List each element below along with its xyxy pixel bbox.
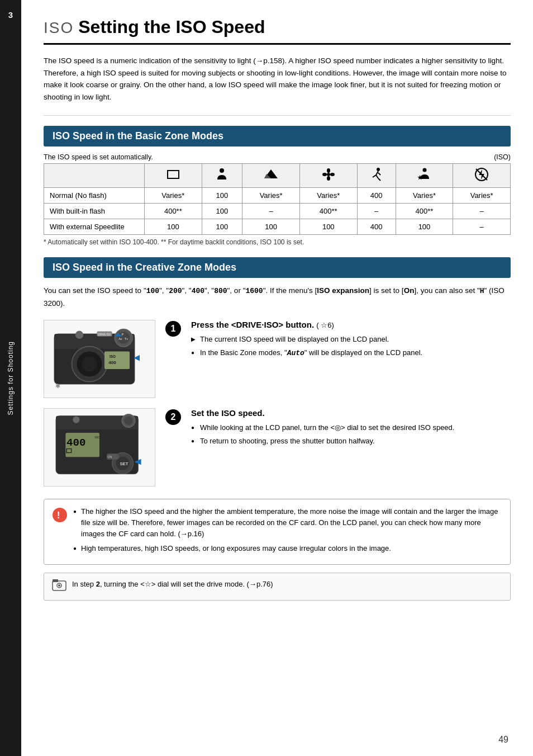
step2-bullet-2: To return to shooting, press the shutter… bbox=[191, 436, 511, 447]
svg-text:P: P bbox=[122, 332, 124, 336]
table-cell-val: 100 bbox=[202, 188, 242, 204]
basic-zone-table-wrapper: ★ bbox=[44, 163, 511, 235]
table-iso-label: (ISO) bbox=[494, 153, 511, 161]
table-cell-val: 100 bbox=[202, 204, 242, 219]
table-cell-val: 400** bbox=[145, 204, 202, 219]
svg-point-53 bbox=[124, 416, 133, 425]
step-1-row: P Av Tv DRIVE·ISO bbox=[44, 320, 511, 398]
table-header-flash-off bbox=[453, 164, 511, 188]
svg-point-51 bbox=[73, 416, 79, 423]
caution-icon: ! bbox=[52, 507, 68, 528]
step2-title: Set the ISO speed. bbox=[191, 408, 511, 418]
step1-content: Press the <DRIVE·ISO> button. ( ☆6) The … bbox=[191, 320, 511, 362]
sidebar: 3 Settings for Shooting bbox=[0, 0, 21, 756]
svg-line-12 bbox=[376, 175, 378, 178]
step2-camera-svg: 400 ISO SET ON bbox=[49, 411, 150, 484]
svg-text:ISO: ISO bbox=[110, 355, 116, 358]
intro-paragraph: The ISO speed is a numeric indication of… bbox=[44, 55, 511, 103]
table-cell-val: 400 bbox=[357, 188, 396, 204]
sidebar-chapter-number: 3 bbox=[8, 10, 13, 20]
svg-text:400: 400 bbox=[108, 360, 116, 365]
svg-point-30 bbox=[75, 330, 83, 338]
iso-val-800: 800 bbox=[214, 287, 227, 295]
table-cell-val: Varies* bbox=[453, 188, 511, 204]
creative-zone-header: ISO Speed in the Creative Zone Modes bbox=[44, 257, 511, 278]
svg-line-14 bbox=[378, 173, 380, 175]
caution-note-box: ! The higher the ISO speed and the highe… bbox=[44, 499, 511, 565]
svg-point-9 bbox=[377, 168, 380, 171]
step1-title: Press the <DRIVE·ISO> button. ( ☆6) bbox=[191, 320, 511, 329]
svg-point-1 bbox=[220, 168, 224, 173]
step1-num-text: 1 bbox=[171, 324, 176, 334]
tip-step-number: 2 bbox=[96, 580, 100, 588]
table-header-night-portrait: ★ bbox=[396, 164, 453, 188]
iso-val-1600: 1600 bbox=[245, 287, 263, 295]
table-cell-val: – bbox=[242, 204, 300, 219]
iso-val-100: 100 bbox=[146, 287, 159, 295]
table-header-sports bbox=[357, 164, 396, 188]
table-cell-val: 400** bbox=[396, 204, 453, 219]
table-row-builtin: With built-in flash 400** 100 – 400** – … bbox=[44, 204, 511, 219]
sidebar-label: Settings for Shooting bbox=[7, 341, 15, 415]
table-auto-label: The ISO speed is set automatically. bbox=[44, 153, 153, 161]
tip-text: In step 2, turning the <☆> dial will set… bbox=[72, 579, 273, 590]
title-iso-prefix: ISO bbox=[44, 19, 74, 37]
table-footnote: * Automatically set within ISO 100-400. … bbox=[44, 238, 511, 246]
table-cell-val: 100 bbox=[396, 219, 453, 235]
svg-text:!: ! bbox=[57, 511, 60, 520]
caution-item-2: High temperatures, high ISO speeds, or l… bbox=[73, 543, 502, 554]
svg-line-13 bbox=[378, 178, 380, 181]
table-header-macro bbox=[299, 164, 357, 188]
svg-text:ISO: ISO bbox=[94, 436, 101, 439]
svg-text:★: ★ bbox=[417, 174, 423, 181]
step-2-row: 400 ISO SET ON bbox=[44, 408, 511, 486]
step1-button-word: button. bbox=[285, 320, 314, 329]
step1-camera-svg: P Av Tv DRIVE·ISO bbox=[49, 323, 150, 395]
iso-val-200: 200 bbox=[169, 287, 182, 295]
warning-icon-svg: ! bbox=[52, 507, 68, 523]
step2-bullets: While looking at the LCD panel, turn the… bbox=[191, 422, 511, 447]
table-cell-val: – bbox=[357, 204, 396, 219]
svg-text:✱: ✱ bbox=[55, 382, 60, 389]
tip-box: In step 2, turning the <☆> dial will set… bbox=[44, 573, 511, 601]
step2-num-text: 2 bbox=[171, 412, 176, 422]
svg-point-59 bbox=[58, 584, 60, 587]
tip-icon-svg bbox=[52, 579, 66, 591]
table-cell-val: 100 bbox=[202, 219, 242, 235]
table-cell-val: 100 bbox=[145, 219, 202, 235]
page-number: 49 bbox=[498, 735, 508, 745]
svg-point-4 bbox=[327, 173, 330, 176]
svg-point-15 bbox=[422, 168, 426, 172]
table-header-portrait bbox=[202, 164, 242, 188]
table-cell-val: 400** bbox=[299, 204, 357, 219]
table-cell-label: Normal (No flash) bbox=[44, 188, 145, 204]
creative-intro-paragraph: You can set the ISO speed to "100", "200… bbox=[44, 285, 511, 309]
tip-icon bbox=[52, 579, 66, 594]
table-cell-label: With built-in flash bbox=[44, 204, 145, 219]
svg-point-8 bbox=[330, 173, 335, 176]
table-cell-val: Varies* bbox=[299, 188, 357, 204]
page-title-block: ISO Setting the ISO Speed bbox=[44, 17, 511, 45]
title-main: Setting the ISO Speed bbox=[78, 17, 265, 37]
table-cell-val: 100 bbox=[242, 219, 300, 235]
svg-text:Tv: Tv bbox=[125, 337, 128, 341]
table-header-landscape bbox=[242, 164, 300, 188]
step1-number: 1 bbox=[165, 321, 181, 337]
svg-rect-0 bbox=[168, 171, 179, 178]
caution-item-1: The higher the ISO speed and the higher … bbox=[73, 506, 502, 540]
step1-button-label: DRIVE·ISO bbox=[236, 320, 278, 329]
table-label-row: The ISO speed is set automatically. (ISO… bbox=[44, 153, 511, 161]
svg-text:DRIVE·ISO: DRIVE·ISO bbox=[98, 333, 111, 336]
basic-zone-header: ISO Speed in the Basic Zone Modes bbox=[44, 126, 511, 147]
iso-val-H: H bbox=[480, 287, 484, 295]
svg-point-33 bbox=[82, 356, 97, 371]
svg-point-5 bbox=[327, 168, 330, 173]
step1-bullet-2: In the Basic Zone modes, "Auto" will be … bbox=[191, 347, 511, 359]
svg-line-11 bbox=[373, 175, 376, 177]
table-row-external: With external Speedlite 100 100 100 100 … bbox=[44, 219, 511, 235]
table-cell-val: 100 bbox=[299, 219, 357, 235]
table-header-label bbox=[44, 164, 145, 188]
step2-number: 2 bbox=[165, 409, 181, 425]
table-cell-label: With external Speedlite bbox=[44, 219, 145, 235]
svg-point-6 bbox=[327, 176, 330, 181]
